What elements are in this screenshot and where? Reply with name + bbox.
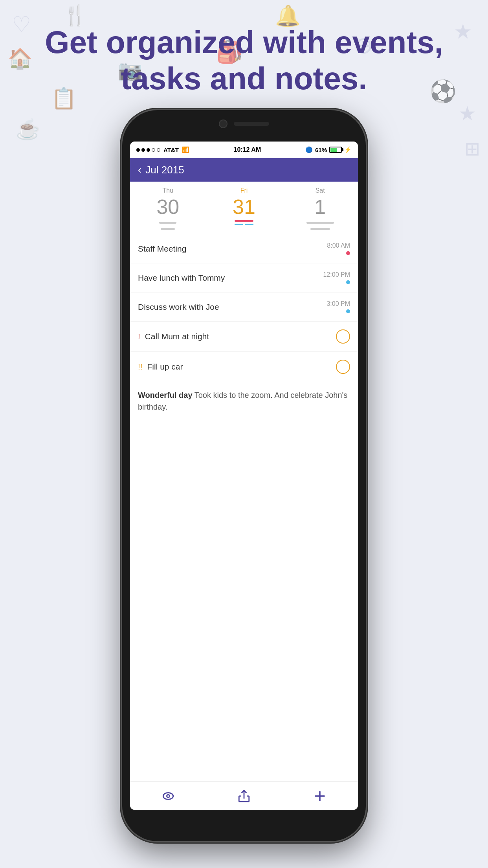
task-call-mum-checkbox[interactable] bbox=[336, 329, 350, 344]
cal-day-num-thu: 30 bbox=[156, 197, 179, 217]
content-list: Staff Meeting 8:00 AM Have lunch with To… bbox=[130, 234, 358, 782]
event-lunch-tommy-title: Have lunch with Tommy bbox=[138, 273, 225, 283]
event-lunch-tommy-right: 12:00 PM bbox=[323, 271, 350, 284]
event-lunch-tommy[interactable]: Have lunch with Tommy 12:00 PM bbox=[130, 263, 358, 292]
nav-title: Jul 2015 bbox=[145, 164, 184, 176]
task-call-mum-right bbox=[336, 329, 350, 344]
task-fill-car-left: !! Fill up car bbox=[138, 362, 183, 371]
phone-frame: AT&T 📶 10:12 AM 🔵 61% ⚡ ‹ Jul 2015 Thu bbox=[122, 110, 366, 841]
signal-dot-2 bbox=[141, 148, 145, 152]
cal-day-fri[interactable]: Fri 31 bbox=[206, 182, 283, 234]
carrier-label: AT&T bbox=[163, 147, 179, 153]
cal-day-name-sat: Sat bbox=[316, 187, 325, 194]
event-discuss-joe-right: 3:00 PM bbox=[327, 300, 350, 313]
status-left: AT&T 📶 bbox=[136, 146, 189, 153]
battery-icon bbox=[329, 147, 342, 153]
battery-fill bbox=[330, 148, 337, 152]
event-lunch-tommy-left: Have lunch with Tommy bbox=[138, 273, 225, 283]
event-discuss-joe-title: Discuss work with Joe bbox=[138, 302, 219, 312]
task-fill-car-right bbox=[336, 360, 350, 374]
event-staff-meeting[interactable]: Staff Meeting 8:00 AM bbox=[130, 234, 358, 263]
phone-speaker bbox=[234, 122, 269, 126]
event-staff-meeting-dot bbox=[346, 251, 350, 255]
event-staff-meeting-time: 8:00 AM bbox=[327, 242, 350, 249]
cal-day-name-thu: Thu bbox=[163, 187, 174, 194]
task-fill-car-checkbox[interactable] bbox=[336, 360, 350, 374]
note-text: Wonderful day Took kids to the zoom. And… bbox=[138, 389, 350, 413]
event-discuss-joe-dot bbox=[346, 309, 350, 313]
share-button[interactable] bbox=[234, 786, 254, 806]
signal-dot-4 bbox=[152, 148, 155, 152]
cal-day-num-fri: 31 bbox=[233, 197, 255, 217]
headline: Get organized with events, tasks and not… bbox=[0, 24, 488, 97]
task-call-mum-left: ! Call Mum at night bbox=[138, 332, 209, 341]
event-staff-meeting-right: 8:00 AM bbox=[327, 242, 350, 255]
svg-point-1 bbox=[167, 794, 169, 797]
cal-day-sat[interactable]: Sat 1 bbox=[282, 182, 358, 234]
note-bold-part: Wonderful day bbox=[138, 391, 193, 399]
task-call-mum-title: ! Call Mum at night bbox=[138, 332, 209, 341]
event-discuss-joe[interactable]: Discuss work with Joe 3:00 PM bbox=[130, 292, 358, 322]
note-wonderful-day[interactable]: Wonderful day Took kids to the zoom. And… bbox=[130, 382, 358, 420]
task-fill-car[interactable]: !! Fill up car bbox=[130, 352, 358, 382]
charging-icon: ⚡ bbox=[344, 146, 352, 153]
task-call-mum[interactable]: ! Call Mum at night bbox=[130, 322, 358, 352]
thu-dots bbox=[159, 219, 176, 226]
battery-percent: 61% bbox=[315, 147, 327, 153]
phone-camera bbox=[219, 120, 227, 128]
add-button[interactable] bbox=[310, 786, 330, 806]
event-discuss-joe-time: 3:00 PM bbox=[327, 300, 350, 307]
status-bar: AT&T 📶 10:12 AM 🔵 61% ⚡ bbox=[130, 142, 358, 158]
share-icon bbox=[237, 789, 251, 803]
event-lunch-tommy-dot bbox=[346, 280, 350, 284]
signal-dot-3 bbox=[147, 148, 150, 152]
wifi-icon: 📶 bbox=[182, 146, 189, 153]
phone-top-bar bbox=[219, 120, 269, 128]
nav-back-button[interactable]: ‹ bbox=[138, 164, 141, 176]
bottom-toolbar bbox=[130, 782, 358, 810]
bluetooth-icon: 🔵 bbox=[305, 146, 313, 153]
svg-point-0 bbox=[163, 793, 173, 799]
fri-dots bbox=[235, 220, 253, 227]
signal-dots bbox=[136, 148, 160, 152]
nav-header: ‹ Jul 2015 bbox=[130, 158, 358, 182]
cal-day-name-fri: Fri bbox=[240, 187, 248, 194]
signal-dot-5 bbox=[157, 148, 160, 152]
status-right: 🔵 61% ⚡ bbox=[305, 146, 352, 153]
eye-icon bbox=[161, 789, 175, 803]
event-staff-meeting-left: Staff Meeting bbox=[138, 244, 186, 254]
status-time: 10:12 AM bbox=[234, 146, 261, 153]
plus-icon bbox=[313, 789, 327, 803]
task-fill-car-title: !! Fill up car bbox=[138, 362, 183, 371]
event-staff-meeting-title: Staff Meeting bbox=[138, 244, 186, 254]
event-discuss-joe-left: Discuss work with Joe bbox=[138, 302, 219, 312]
eye-button[interactable] bbox=[158, 786, 178, 806]
event-lunch-tommy-time: 12:00 PM bbox=[323, 271, 350, 278]
signal-dot-1 bbox=[136, 148, 140, 152]
sat-dots bbox=[306, 219, 334, 226]
task-call-mum-prefix: ! bbox=[138, 332, 143, 341]
cal-day-thu[interactable]: Thu 30 bbox=[130, 182, 206, 234]
calendar-strip: Thu 30 Fri 31 bbox=[130, 182, 358, 234]
cal-day-num-sat: 1 bbox=[314, 197, 326, 217]
task-fill-car-prefix: !! bbox=[138, 362, 145, 371]
phone-screen: AT&T 📶 10:12 AM 🔵 61% ⚡ ‹ Jul 2015 Thu bbox=[130, 142, 358, 810]
